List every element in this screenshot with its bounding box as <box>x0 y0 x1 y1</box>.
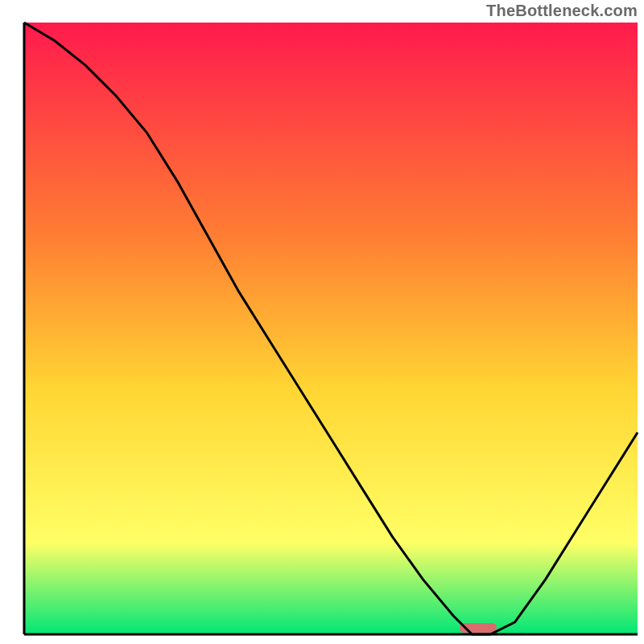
watermark-text: TheBottleneck.com <box>486 2 638 20</box>
plot-background <box>24 23 638 634</box>
chart-container: TheBottleneck.com <box>0 0 644 644</box>
bottleneck-chart <box>0 0 644 644</box>
